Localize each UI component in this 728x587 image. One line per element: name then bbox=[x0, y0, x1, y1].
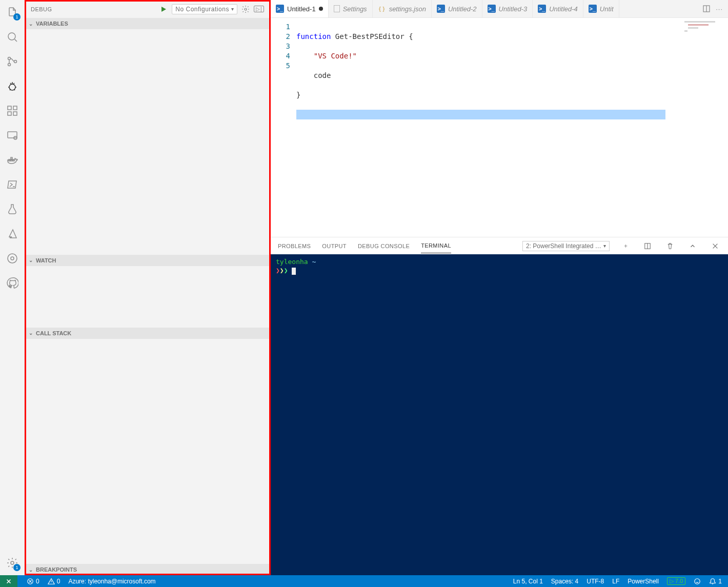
bottom-panel: PROBLEMS OUTPUT DEBUG CONSOLE TERMINAL 2… bbox=[271, 237, 728, 575]
tab-untitled-3[interactable]: >_ Untitled-3 bbox=[482, 0, 533, 17]
line-number: 5 bbox=[271, 61, 290, 71]
svg-rect-6 bbox=[8, 112, 11, 115]
status-notifications-icon[interactable]: 1 bbox=[707, 578, 724, 585]
svg-point-1 bbox=[8, 57, 11, 60]
gear-icon[interactable] bbox=[241, 5, 250, 13]
status-azure[interactable]: Azure: tyleonha@microsoft.com bbox=[66, 578, 157, 585]
section-callstack-header[interactable]: ⌄ CALL STACK bbox=[25, 328, 270, 339]
json-file-icon: { } bbox=[378, 5, 386, 13]
svg-rect-8 bbox=[13, 106, 17, 110]
panel-tab-terminal[interactable]: TERMINAL bbox=[421, 238, 451, 253]
line-number: 1 bbox=[271, 22, 290, 32]
status-psversion[interactable]: ▷ 7.0 bbox=[665, 577, 687, 585]
code-token: Get-BestPSEditor { bbox=[331, 32, 413, 41]
chevron-down-icon: ▾ bbox=[603, 243, 606, 249]
code-content[interactable]: function Get-BestPSEditor { "VS Code!" c… bbox=[296, 18, 682, 237]
dirty-indicator-icon bbox=[319, 7, 323, 11]
file-icon bbox=[334, 5, 340, 12]
tab-label: Settings bbox=[343, 5, 367, 13]
status-errors[interactable]: 0 bbox=[25, 578, 42, 585]
svg-point-18 bbox=[245, 8, 247, 10]
svg-rect-5 bbox=[8, 106, 11, 110]
panel-tab-debug-console[interactable]: DEBUG CONSOLE bbox=[358, 239, 410, 253]
code-token: } bbox=[296, 91, 300, 99]
explorer-badge: 1 bbox=[13, 13, 21, 21]
svg-point-15 bbox=[8, 254, 17, 263]
debug-sidebar: DEBUG No Configurations ▾ ▷| ⌄ VARIABLES… bbox=[25, 0, 271, 575]
sidebar-header: DEBUG No Configurations ▾ ▷| bbox=[25, 0, 270, 18]
activity-remote-icon[interactable] bbox=[0, 123, 25, 148]
tab-label: Untitled-1 bbox=[287, 5, 316, 13]
powershell-file-icon: >_ bbox=[437, 5, 445, 13]
start-debug-icon[interactable] bbox=[159, 5, 168, 13]
activity-docker-icon[interactable] bbox=[0, 148, 25, 172]
svg-rect-20 bbox=[684, 21, 715, 23]
code-token: "VS Code!" bbox=[314, 52, 357, 60]
panel-tab-problems[interactable]: PROBLEMS bbox=[278, 239, 311, 253]
minimap[interactable] bbox=[682, 18, 728, 237]
section-variables-header[interactable]: ⌄ VARIABLES bbox=[25, 18, 270, 29]
section-watch-header[interactable]: ⌄ WATCH bbox=[25, 255, 270, 266]
activity-powershell-icon[interactable] bbox=[0, 172, 25, 197]
activity-scm-icon[interactable] bbox=[0, 49, 25, 74]
activity-debug-icon[interactable] bbox=[0, 74, 25, 98]
remote-indicator-icon[interactable] bbox=[0, 575, 17, 587]
section-breakpoints-header[interactable]: ⌄ BREAKPOINTS bbox=[25, 564, 270, 575]
notifications-count: 1 bbox=[718, 578, 722, 585]
warning-count: 0 bbox=[57, 578, 60, 585]
status-eol[interactable]: LF bbox=[610, 578, 621, 585]
debug-console-toggle-icon[interactable]: ▷| bbox=[254, 6, 264, 12]
section-variables-body bbox=[25, 29, 270, 255]
new-terminal-icon[interactable]: ＋ bbox=[621, 242, 631, 250]
split-editor-icon[interactable] bbox=[702, 5, 711, 13]
activity-search-icon[interactable] bbox=[0, 25, 25, 49]
terminal-select-label: 2: PowerShell Integrated Con bbox=[526, 242, 601, 250]
svg-rect-9 bbox=[8, 132, 17, 138]
status-lncol[interactable]: Ln 5, Col 1 bbox=[511, 578, 545, 585]
powershell-file-icon: >_ bbox=[276, 5, 284, 13]
code-token bbox=[296, 52, 314, 60]
maximize-panel-icon[interactable] bbox=[687, 242, 698, 250]
split-terminal-icon[interactable] bbox=[642, 242, 653, 250]
section-callstack-label: CALL STACK bbox=[36, 330, 71, 336]
powershell-file-icon: >_ bbox=[488, 5, 496, 13]
kill-terminal-icon[interactable] bbox=[664, 242, 676, 250]
terminal-user: tyleonha bbox=[276, 258, 308, 266]
terminal-content[interactable]: tyleonha ~ ❯❯❯ bbox=[271, 254, 728, 575]
tab-label: Untitled-3 bbox=[499, 5, 528, 13]
activity-extensions-icon[interactable] bbox=[0, 98, 25, 123]
tab-untitled-5[interactable]: >_ Untit bbox=[583, 0, 619, 17]
tab-settings[interactable]: Settings bbox=[329, 0, 373, 17]
activity-explorer-icon[interactable]: 1 bbox=[0, 0, 25, 25]
close-panel-icon[interactable] bbox=[710, 242, 721, 250]
line-number: 4 bbox=[271, 51, 290, 61]
tab-untitled-1[interactable]: >_ Untitled-1 bbox=[271, 0, 329, 17]
ps-version: 7.0 bbox=[675, 578, 683, 584]
editor-area[interactable]: 1 2 3 4 5 function Get-BestPSEditor { "V… bbox=[271, 18, 728, 237]
debug-config-select[interactable]: No Configurations ▾ bbox=[172, 4, 237, 14]
debug-config-label: No Configurations bbox=[175, 6, 229, 13]
more-icon[interactable]: ··· bbox=[716, 5, 723, 13]
status-warnings[interactable]: 0 bbox=[46, 578, 63, 585]
activity-gitlens-icon[interactable] bbox=[0, 246, 25, 271]
tab-label: settings.json bbox=[389, 5, 426, 13]
powershell-file-icon: >_ bbox=[589, 5, 597, 13]
panel-tab-output[interactable]: OUTPUT bbox=[322, 239, 347, 253]
status-language[interactable]: PowerShell bbox=[625, 578, 661, 585]
status-spaces[interactable]: Spaces: 4 bbox=[549, 578, 580, 585]
tab-settings-json[interactable]: { } settings.json bbox=[373, 0, 432, 17]
tab-label: Untitled-4 bbox=[549, 5, 578, 13]
status-feedback-icon[interactable] bbox=[692, 578, 703, 585]
chevron-down-icon: ⌄ bbox=[29, 21, 33, 27]
activity-settings-icon[interactable]: 1 bbox=[0, 551, 25, 575]
chevron-down-icon: ⌄ bbox=[29, 567, 33, 573]
activity-azure-icon[interactable] bbox=[0, 221, 25, 246]
tab-untitled-2[interactable]: >_ Untitled-2 bbox=[432, 0, 482, 17]
activity-github-icon[interactable] bbox=[0, 271, 25, 295]
section-variables-label: VARIABLES bbox=[36, 21, 68, 27]
tab-untitled-4[interactable]: >_ Untitled-4 bbox=[533, 0, 583, 17]
error-count: 0 bbox=[36, 578, 39, 585]
activity-test-icon[interactable] bbox=[0, 197, 25, 221]
status-encoding[interactable]: UTF-8 bbox=[584, 578, 606, 585]
terminal-select[interactable]: 2: PowerShell Integrated Con ▾ bbox=[522, 241, 610, 251]
